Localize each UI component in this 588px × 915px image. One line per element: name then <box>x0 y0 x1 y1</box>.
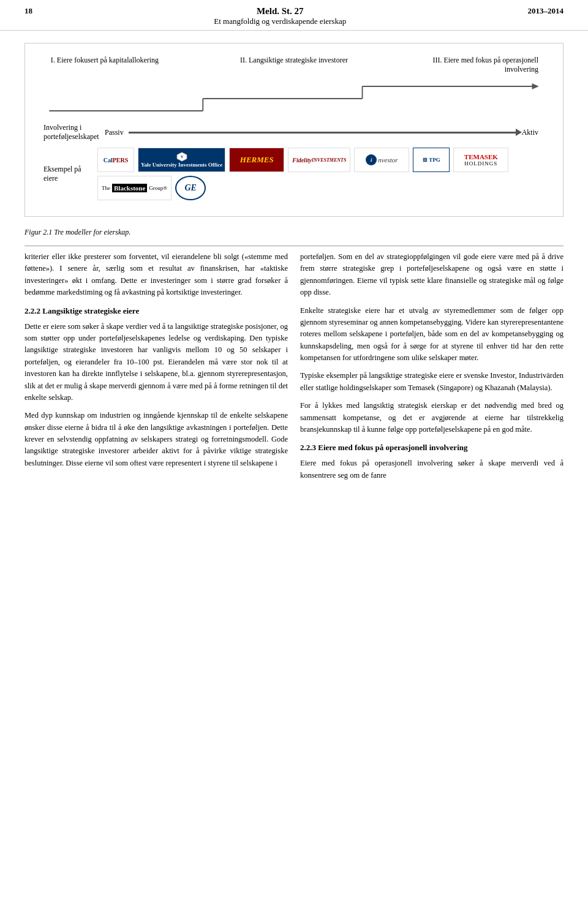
sub-title: Et mangfoldig og verdiskapende eierskap <box>32 17 528 26</box>
col-right: porteføljen. Som en del av strategioppfø… <box>300 251 564 488</box>
right-para-1: porteføljen. Som en del av strategioppfø… <box>300 251 564 299</box>
diagram-container: I. Eiere fokusert på kapitalallokering I… <box>24 43 564 217</box>
investor-circle: i <box>366 154 377 165</box>
section-heading-222: 2.2.2 Langsiktige strategiske eiere <box>24 305 288 317</box>
left-para-2: Dette er eiere som søker å skape verdier… <box>24 321 288 404</box>
category-label-2: II. Langsiktige strategiske investorer <box>239 56 349 74</box>
right-para-2: Enkelte strategiske eiere har et utvalg … <box>300 305 564 364</box>
aktiv-label: Aktiv <box>522 128 538 137</box>
body-columns: kriterier eller ikke presterer som forve… <box>0 251 588 488</box>
category-label-1: I. Eiere fokusert på kapitalallokering <box>50 56 160 74</box>
main-title: Meld. St. 27 <box>32 6 528 17</box>
left-para-1: kriterier eller ikke presterer som forve… <box>24 251 288 299</box>
category-row: I. Eiere fokusert på kapitalallokering I… <box>37 56 551 74</box>
logo-yale: Y Yale University Investments Office <box>138 148 225 172</box>
logo-temasek: TEMASEK HOLDINGS <box>453 148 508 172</box>
page-number: 18 <box>24 6 32 16</box>
svg-text:Y: Y <box>180 154 183 159</box>
logo-hermes: HERMES <box>229 148 284 172</box>
right-para-5: Eiere med fokus på operasjonell involver… <box>300 457 564 481</box>
eksempel-label: Eksempel på eiere <box>43 165 92 183</box>
figure-caption: Figur 2.1 Tre modeller for eierskap. <box>24 228 564 237</box>
direction-arrow <box>129 132 517 134</box>
staircase-diagram <box>43 80 545 117</box>
involvering-label: Involvering i porteføljeselskapet <box>43 123 99 141</box>
logos-group: CalPERS Y Yale University Investments Of… <box>97 148 545 200</box>
section-heading-223: 2.2.3 Eiere med fokus på operasjonell in… <box>300 442 564 454</box>
logo-ge: GE <box>175 176 206 200</box>
logo-fidelity: Fidelity INVESTMENTS <box>288 148 350 172</box>
col-left: kriterier eller ikke presterer som forve… <box>24 251 288 488</box>
passiv-label: Passiv <box>105 128 124 137</box>
page-header: 18 Meld. St. 27 Et mangfoldig og verdisk… <box>0 0 588 31</box>
yale-shield-icon: Y <box>176 152 188 162</box>
diagram-section: I. Eiere fokusert på kapitalallokering I… <box>0 31 588 223</box>
page-year: 2013–2014 <box>528 6 564 16</box>
page-title-center: Meld. St. 27 Et mangfoldig og verdiskape… <box>32 6 528 26</box>
logo-blackstone: The Blackstone Group® <box>97 176 172 200</box>
svg-marker-5 <box>532 83 539 89</box>
logo-tpg: ⊞ TPG <box>413 148 450 172</box>
section-divider <box>24 246 564 246</box>
left-para-3: Med dyp kunnskap om industrien og inngåe… <box>24 410 288 469</box>
category-label-3: III. Eiere med fokus på operasjonell inv… <box>428 56 538 74</box>
eksempel-row: Eksempel på eiere CalPERS Y Yale Univers… <box>43 148 545 200</box>
right-para-4: For å lykkes med langsiktig strategisk e… <box>300 400 564 435</box>
logo-calpers: CalPERS <box>97 148 134 172</box>
passiv-aktiv-row: Involvering i porteføljeselskapet Passiv… <box>43 123 545 141</box>
right-para-3: Typiske eksempler på langsiktige strateg… <box>300 370 564 394</box>
passiv-aktiv-bar: Passiv Aktiv <box>99 128 545 137</box>
logo-investor: i nvestor <box>354 148 409 172</box>
